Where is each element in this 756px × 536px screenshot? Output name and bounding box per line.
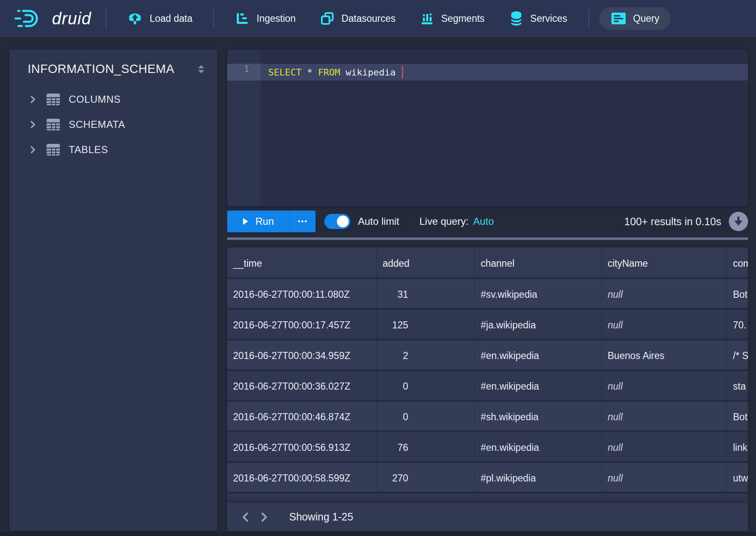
query-results-panel: __time added channel cityName comment 20…	[227, 247, 748, 531]
nav-item-load-data[interactable]: Load data	[127, 12, 192, 25]
table-row: 2016-06-27T00:00:58.599Z270#pl.wikipedia…	[227, 463, 748, 494]
nav-item-label: Load data	[150, 13, 192, 24]
cell-comment[interactable]: 70.	[727, 310, 748, 338]
next-page-button[interactable]	[255, 508, 273, 526]
double-caret-vertical-icon[interactable]	[196, 63, 207, 75]
pagination-status: Showing 1-25	[289, 511, 353, 523]
cell-cityName[interactable]: Buenos Aires	[602, 341, 727, 369]
column-header-comment[interactable]: comment	[727, 247, 748, 277]
sidebar-item-tables[interactable]: TABLES	[9, 137, 217, 162]
nav-divider	[213, 9, 214, 28]
cell-cityName[interactable]: null	[602, 402, 727, 430]
column-header-cityname[interactable]: cityName	[602, 247, 727, 277]
cell-channel[interactable]: #ja.wikipedia	[475, 310, 602, 338]
table-row: 2016-06-27T00:00:17.457Z125#ja.wikipedia…	[227, 310, 748, 341]
sql-statement[interactable]: SELECT * FROM wikipedia	[268, 64, 403, 81]
column-header-channel[interactable]: channel	[475, 247, 602, 277]
sql-keyword: SELECT	[268, 67, 301, 78]
sidebar-item-columns[interactable]: COLUMNS	[9, 87, 217, 112]
chevron-right-icon[interactable]	[28, 120, 38, 130]
cell-__time[interactable]: 2016-06-27T00:00:17.457Z	[227, 310, 377, 338]
more-icon: •••	[298, 217, 308, 225]
cell-comment[interactable]: /* S	[727, 341, 748, 369]
run-bar: Run ••• Auto limit Live query: Auto 100+…	[227, 210, 748, 233]
cell-comment[interactable]: Bot	[727, 279, 748, 308]
druid-logo[interactable]: druid	[13, 8, 91, 29]
sidebar-item-label: TABLES	[69, 144, 108, 156]
cell-comment[interactable]: sta	[727, 371, 748, 400]
text-cursor	[402, 66, 403, 78]
cell-added[interactable]: 270	[377, 463, 475, 492]
table-row: 2016-06-27T00:00:56.913Z76#en.wikipedian…	[227, 432, 748, 463]
chevron-right-icon[interactable]	[28, 94, 38, 104]
run-button[interactable]: Run	[227, 211, 290, 232]
sidebar-item-schemata[interactable]: SCHEMATA	[9, 112, 217, 137]
brand-name: druid	[52, 9, 91, 28]
table-icon	[46, 143, 60, 156]
chevron-right-icon[interactable]	[28, 145, 38, 155]
cell-channel[interactable]: #en.wikipedia	[475, 432, 602, 461]
cell-__time[interactable]: 2016-06-27T00:00:56.913Z	[227, 432, 377, 461]
run-bar-right: 100+ results in 0.10s	[624, 212, 748, 231]
download-icon[interactable]	[729, 212, 748, 231]
cell-__time[interactable]: 2016-06-27T00:00:34.959Z	[227, 341, 377, 369]
run-more-button[interactable]: •••	[290, 211, 316, 232]
table-row: 2016-06-27T00:00:46.874Z0#sh.wikipedianu…	[227, 402, 748, 432]
line-number: 1	[227, 64, 249, 81]
nav-item-query[interactable]: Query	[599, 7, 671, 30]
nav-divider	[106, 9, 106, 28]
table-row: 2016-06-27T00:00:36.027Z0#en.wikipedianu…	[227, 371, 748, 402]
cell-channel[interactable]: #en.wikipedia	[475, 341, 602, 369]
live-query-control: Live query: Auto	[419, 216, 494, 227]
cell-cityName[interactable]: null	[602, 432, 727, 461]
schema-selector[interactable]: INFORMATION_SCHEMA	[28, 62, 174, 76]
cell-__time[interactable]: 2016-06-27T00:00:11.080Z	[227, 279, 377, 308]
cell-channel[interactable]: #sv.wikipedia	[475, 279, 602, 308]
pagination-bar: Showing 1-25	[227, 502, 748, 531]
cell-cityName[interactable]: null	[602, 279, 727, 308]
auto-limit-label: Auto limit	[358, 216, 399, 227]
cloud-upload-icon	[127, 12, 142, 25]
column-header-time[interactable]: __time	[227, 247, 377, 277]
cell-added[interactable]: 0	[377, 402, 475, 430]
sql-editor[interactable]: 1 SELECT * FROM wikipedia	[227, 49, 748, 206]
cell-comment[interactable]: Bot	[727, 402, 748, 430]
sql-star: *	[307, 67, 312, 78]
previous-page-button[interactable]	[236, 508, 255, 526]
toggle-knob	[337, 216, 349, 227]
cell-comment[interactable]: utw	[727, 463, 748, 492]
live-query-value[interactable]: Auto	[473, 216, 494, 227]
chevron-left-icon	[240, 511, 251, 523]
cell-cityName[interactable]: null	[602, 463, 727, 492]
cell-added[interactable]: 2	[377, 341, 475, 369]
nav-divider	[588, 9, 589, 28]
gantt-chart-icon	[235, 11, 249, 26]
column-header-added[interactable]: added	[377, 247, 475, 277]
cell-cityName[interactable]: null	[602, 371, 727, 400]
cell-__time[interactable]: 2016-06-27T00:00:58.599Z	[227, 463, 377, 492]
nav-item-segments[interactable]: Segments	[420, 11, 485, 26]
nav-item-services[interactable]: Services	[510, 11, 567, 26]
cell-added[interactable]: 76	[377, 432, 475, 461]
sidebar-header: INFORMATION_SCHEMA	[9, 49, 217, 76]
nav-item-label: Services	[530, 13, 567, 24]
cell-channel[interactable]: #pl.wikipedia	[475, 463, 602, 492]
nav-item-datasources[interactable]: Datasources	[320, 11, 396, 26]
live-query-label: Live query:	[419, 216, 469, 227]
cell-added[interactable]: 0	[377, 371, 475, 400]
cell-added[interactable]: 31	[377, 279, 475, 308]
cell-comment[interactable]: link	[727, 432, 748, 461]
cell-channel[interactable]: #en.wikipedia	[475, 371, 602, 400]
console-icon	[611, 12, 626, 25]
page-bottom-edge	[0, 532, 756, 536]
cell-__time[interactable]: 2016-06-27T00:00:46.874Z	[227, 402, 377, 430]
panel-divider[interactable]	[227, 237, 748, 240]
cell-__time[interactable]: 2016-06-27T00:00:36.027Z	[227, 371, 377, 400]
cell-added[interactable]: 125	[377, 310, 475, 338]
nav-item-ingestion[interactable]: Ingestion	[235, 11, 295, 26]
auto-limit-toggle[interactable]	[324, 214, 350, 229]
schema-tree: COLUMNS SCHEMATA	[9, 87, 217, 162]
cell-cityName[interactable]: null	[602, 310, 727, 338]
database-icon	[510, 11, 523, 26]
cell-channel[interactable]: #sh.wikipedia	[475, 402, 602, 430]
